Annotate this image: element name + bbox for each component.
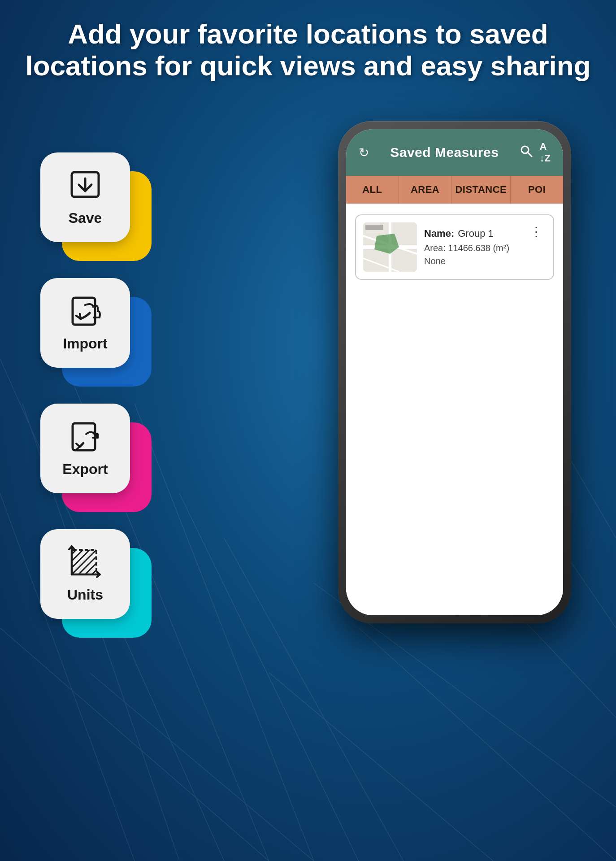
search-icon[interactable]: [520, 145, 533, 161]
import-label: Import: [63, 335, 108, 352]
phone-outer: ↻ Saved Measures A↓Z ALL AREA DISTANCE: [338, 121, 571, 623]
svg-line-8: [0, 628, 269, 861]
import-button-wrapper: Import: [40, 278, 143, 381]
svg-line-31: [528, 152, 532, 157]
export-button-wrapper: Export: [40, 404, 143, 507]
measure-card[interactable]: Name: Group 1 Area: 11466.638 (m²) None …: [355, 214, 554, 280]
svg-rect-19: [73, 423, 95, 450]
phone-screen: ↻ Saved Measures A↓Z ALL AREA DISTANCE: [346, 129, 563, 615]
headline-line2: locations for quick views and easy shari…: [22, 50, 594, 82]
side-buttons: Save Import Export: [40, 152, 143, 632]
svg-line-11: [179, 493, 359, 861]
save-button-wrapper: Save: [40, 152, 143, 256]
svg-line-26: [85, 563, 96, 574]
export-label: Export: [62, 461, 108, 478]
card-area: Area: 11466.638 (m²): [424, 243, 519, 253]
tab-all[interactable]: ALL: [346, 176, 399, 204]
tab-distance[interactable]: DISTANCE: [451, 176, 511, 204]
svg-line-2: [134, 404, 314, 861]
units-label: Units: [67, 587, 103, 603]
tab-area[interactable]: AREA: [399, 176, 452, 204]
name-label: Name:: [424, 228, 454, 239]
app-content: Name: Group 1 Area: 11466.638 (m²) None …: [346, 204, 563, 615]
svg-line-9: [90, 673, 314, 861]
header-icons: A↓Z: [520, 141, 551, 164]
tab-poi[interactable]: POI: [511, 176, 563, 204]
units-icon: [67, 545, 103, 581]
card-note: None: [424, 256, 519, 266]
card-name-row: Name: Group 1: [424, 228, 519, 239]
save-label: Save: [69, 210, 102, 226]
name-value: Group 1: [458, 228, 494, 239]
svg-rect-18: [73, 298, 95, 325]
headline-line1: Add your favorite locations to saved: [22, 18, 594, 50]
card-menu-button[interactable]: ⋮: [526, 222, 546, 241]
units-button-wrapper: Units: [40, 529, 143, 632]
sort-icon[interactable]: A↓Z: [540, 141, 551, 164]
save-button[interactable]: Save: [40, 152, 130, 242]
import-icon: [67, 294, 103, 330]
tab-bar: ALL AREA DISTANCE POI: [346, 176, 563, 204]
units-button[interactable]: Units: [40, 529, 130, 619]
svg-line-23: [72, 550, 83, 561]
refresh-icon[interactable]: ↻: [359, 145, 369, 160]
svg-line-13: [359, 628, 616, 861]
svg-line-14: [269, 673, 493, 861]
app-title: Saved Measures: [390, 145, 499, 160]
export-icon: [67, 420, 103, 456]
phone-container: ↻ Saved Measures A↓Z ALL AREA DISTANCE: [338, 121, 571, 623]
import-button[interactable]: Import: [40, 278, 130, 368]
app-header: ↻ Saved Measures A↓Z: [346, 129, 563, 176]
headline: Add your favorite locations to saved loc…: [22, 18, 594, 82]
export-button[interactable]: Export: [40, 404, 130, 493]
svg-line-21: [72, 550, 96, 574]
save-icon: [67, 169, 103, 204]
card-info: Name: Group 1 Area: 11466.638 (m²) None: [424, 228, 519, 266]
svg-rect-38: [365, 225, 383, 230]
map-thumbnail: [363, 222, 417, 272]
